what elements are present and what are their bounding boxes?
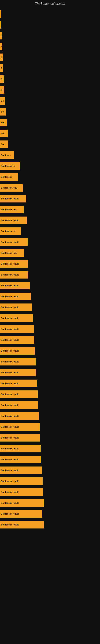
bar-10: Bott [0,119,7,126]
bar-row: Bottleneck result [0,335,100,345]
bar-label-10: Bott [1,121,5,124]
bar-row: Bottleneck result [0,302,100,312]
bar-5: F [0,64,3,72]
bar-row: Bottleneck result [0,454,100,465]
bar-label-33: Bottleneck result [1,371,19,374]
bar-row: F [0,63,100,74]
bar-31: Bottleneck result [0,347,35,354]
bar-24: Bottleneck result [0,271,28,278]
bar-13: Bottlenec [0,151,14,159]
bar-label-37: Bottleneck result [1,415,19,417]
bar-label-32: Bottleneck result [1,360,19,363]
bar-label-3: F [1,45,2,48]
bar-row: Bottleneck [0,172,100,182]
bar-row: B [0,52,100,62]
bar-8: Bo [0,97,5,105]
bar-row: Bottleneck result [0,237,100,247]
bar-row: F [0,41,100,52]
bar-label-40: Bottleneck result [1,448,19,450]
bar-label-38: Bottleneck result [1,426,19,428]
bar-label-22: Bottleneck resu [1,252,17,254]
bar-label-26: Bottleneck result [1,295,19,298]
bar-17: Bottleneck result [0,195,26,202]
bar-row: Bottleneck result [0,378,100,388]
bar-row: Bottleneck result [0,313,100,324]
bar-label-11: Bot [1,132,4,135]
bar-label-7: B [1,89,2,91]
bar-36: Bottleneck result [0,401,38,409]
bar-label-31: Bottleneck result [1,350,19,352]
bar-label-43: Bottleneck result [1,480,19,482]
bar-row: Bottleneck result [0,194,100,204]
bar-label-41: Bottleneck result [1,458,19,461]
bar-label-30: Bottleneck result [1,339,19,341]
bar-label-24: Bottleneck result [1,274,19,276]
bar-row: Bottleneck re [0,226,100,236]
bar-row: Bottleneck result [0,367,100,378]
bar-label-4: B [1,56,2,58]
bar-row: Bottleneck result [0,215,100,226]
bar-row: B [0,74,100,84]
bar-row: Bottleneck result [0,324,100,334]
bar-45: Bottleneck result [0,499,44,507]
bar-row: Bott [0,117,100,128]
bar-26: Bottleneck result [0,292,31,300]
bar-label-29: Bottleneck result [1,328,19,330]
bar-14: Bottleneck re [0,162,20,170]
bar-row: Bott [0,139,100,150]
bar-row: Bottleneck result [0,280,100,291]
bar-9: Bo [0,108,6,116]
bar-row: Bottleneck result [0,422,100,432]
bar-label-42: Bottleneck result [1,469,19,472]
bar-row: Bottleneck resu [0,248,100,258]
bar-row: B [0,85,100,95]
bar-label-19: Bottleneck result [1,219,19,222]
bar-label-28: Bottleneck result [1,317,19,320]
bar-label-45: Bottleneck result [1,502,19,504]
bar-label-5: F [1,67,2,70]
bar-row: Bottleneck result [0,476,100,486]
bar-40: Bottleneck result [0,445,41,452]
bar-row: Bottleneck result [0,498,100,508]
bar-row: Bottleneck result [0,258,100,269]
bar-43: Bottleneck result [0,477,43,485]
bar-46: Bottleneck result [0,510,42,518]
bar-label-20: Bottleneck re [1,230,15,232]
bar-row: Bottleneck resu [0,204,100,215]
bar-row: Bottleneck result [0,291,100,302]
bar-0 [0,10,1,18]
bar-label-17: Bottleneck result [1,198,19,200]
bar-44: Bottleneck result [0,488,43,496]
bar-label-46: Bottleneck result [1,512,19,515]
bar-row: Bottlenec [0,150,100,160]
bar-2: F [0,32,2,40]
bar-row: Bottleneck result [0,411,100,421]
bar-label-47: Bottleneck result [1,524,19,526]
bar-38: Bottleneck result [0,423,40,431]
bar-16: Bottleneck resu [0,184,23,192]
site-title: TheBottlenecker.com [0,0,100,7]
bar-label-35: Bottleneck result [1,393,19,396]
bar-11: Bot [0,130,8,137]
bar-row: Bottleneck re [0,161,100,171]
bar-32: Bottleneck result [0,358,36,366]
bars-container: FFBFBBBoBoBottBotBottBottlenecBottleneck… [0,7,100,532]
bar-label-13: Bottlenec [1,154,11,156]
bar-row: Bottleneck result [0,443,100,454]
bar-row [0,20,100,30]
bar-22: Bottleneck resu [0,249,24,257]
bar-row: Bottleneck result [0,270,100,280]
bar-label-27: Bottleneck result [1,306,19,308]
bar-row: Bottleneck resu [0,182,100,193]
bar-27: Bottleneck result [0,304,32,311]
bar-39: Bottleneck result [0,434,40,442]
bar-label-15: Bottleneck [1,176,12,178]
bar-label-8: Bo [1,100,4,102]
bar-37: Bottleneck result [0,412,39,420]
bar-19: Bottleneck result [0,216,27,224]
bar-label-9: Bo [1,110,4,113]
bar-4: B [0,54,3,61]
bar-12: Bott [0,140,8,148]
bar-row: Bottleneck result [0,389,100,400]
bar-row: Bottleneck result [0,520,100,530]
